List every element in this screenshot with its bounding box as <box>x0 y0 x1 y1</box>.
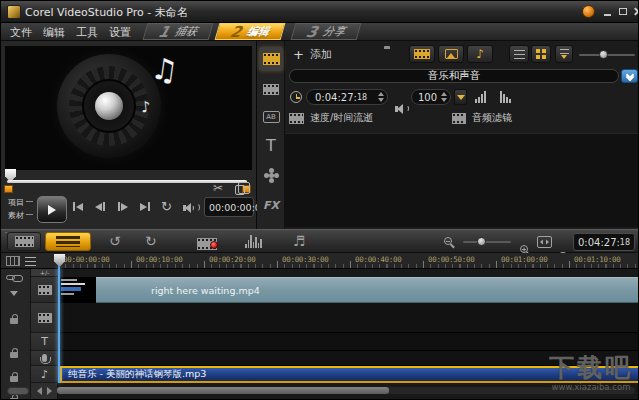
zoom-out-icon <box>446 241 450 242</box>
project-duration-display: 0:04:27: 18 <box>573 233 635 251</box>
voice-track-lock-icon[interactable] <box>10 376 18 382</box>
fade-in-button[interactable] <box>475 89 486 103</box>
tab-edit-label: 编辑 <box>245 24 271 39</box>
nav-title-button[interactable]: T <box>259 133 283 157</box>
music-clip[interactable]: 纯音乐 - 美丽的神话钢琴版.mp3 <box>58 366 639 383</box>
overlay-track-lock-icon[interactable] <box>10 318 18 324</box>
fit-project-button[interactable] <box>537 236 552 248</box>
overlay-track-header[interactable] <box>31 303 58 333</box>
title-track-row[interactable] <box>58 333 639 351</box>
zoom-out-button[interactable] <box>444 237 452 245</box>
speed-timelapse-button[interactable]: 速度/时间流逝 <box>289 111 373 125</box>
filter-video-button[interactable] <box>409 45 435 63</box>
track-visibility-icon[interactable] <box>6 256 20 266</box>
track-manager-bar[interactable]: +/- <box>31 269 58 277</box>
video-track-row[interactable]: right here waiting.mp4 <box>58 277 639 303</box>
minimize-button[interactable] <box>600 4 615 19</box>
timeline-ruler[interactable]: 00:00:00:00 00:00:10:00 00:00:20:00 00:0… <box>1 253 639 269</box>
tab-capture[interactable]: 1 捕获 <box>143 23 214 40</box>
options-collapse-button[interactable] <box>621 69 638 83</box>
scroll-left-button[interactable] <box>37 387 42 395</box>
timeline-hscrollbar-thumb[interactable] <box>57 387 389 394</box>
gutter-dropdown-icon[interactable] <box>10 291 18 296</box>
list-view-button[interactable] <box>509 45 529 63</box>
maximize-icon <box>619 8 627 15</box>
close-button[interactable] <box>630 4 639 19</box>
play-button[interactable] <box>37 196 67 223</box>
ruler-label: 00:00:10:00 <box>136 255 182 264</box>
maximize-button[interactable] <box>615 4 630 19</box>
scroll-right-button[interactable] <box>47 387 52 395</box>
nav-instant-project-button[interactable] <box>259 77 283 101</box>
grid-view-button[interactable] <box>531 45 551 63</box>
clip-volume-field[interactable]: 100 <box>411 89 451 105</box>
menu-item-settings[interactable]: 设置 <box>109 25 131 40</box>
auto-music-button[interactable]: ♬ <box>293 233 306 249</box>
nav-filter-button[interactable]: FX <box>259 193 283 217</box>
voice-track-header[interactable] <box>31 351 58 366</box>
go-to-end-button[interactable] <box>140 202 150 211</box>
preview-timecode[interactable]: 00:00:00:00 <box>204 197 254 217</box>
split-clip-button[interactable]: ✂ <box>213 181 223 195</box>
redo-button[interactable]: ↻ <box>145 233 157 249</box>
tab-share[interactable]: 3 分享 <box>291 23 362 40</box>
timeline-toolbar: ↺ ↻ ♬ 0:04:27: 18 <box>1 229 639 253</box>
overlay-track-row[interactable] <box>58 303 639 333</box>
video-track-header[interactable] <box>31 277 58 303</box>
preview-scrubber-track[interactable] <box>7 180 247 183</box>
go-to-start-button[interactable] <box>73 202 83 211</box>
nav-graphic-button[interactable] <box>259 163 283 187</box>
filter-audio-button[interactable]: ♪ <box>467 45 493 63</box>
add-button[interactable]: + 添加 <box>293 47 332 62</box>
music-track-row[interactable]: 纯音乐 - 美丽的神话钢琴版.mp3 <box>58 366 639 383</box>
nav-transition-button[interactable]: AB <box>259 105 283 129</box>
fade-out-button[interactable] <box>500 89 511 103</box>
music-track-header[interactable]: ♪ <box>31 366 58 383</box>
title-track-header[interactable]: T <box>31 333 58 351</box>
system-volume-button[interactable] <box>183 203 197 213</box>
storyboard-view-button[interactable] <box>7 232 41 251</box>
video-clip[interactable]: right here waiting.mp4 <box>96 277 639 303</box>
voice-track-icon <box>42 354 47 362</box>
next-frame-button[interactable] <box>118 202 128 211</box>
clip-mode-label[interactable]: 素材 <box>8 210 24 221</box>
duration-spinner[interactable] <box>378 92 384 102</box>
voice-track-row[interactable] <box>58 351 639 366</box>
sort-button[interactable] <box>555 45 573 63</box>
title-track-lock-icon[interactable] <box>10 352 18 358</box>
repeat-button[interactable]: ↻ <box>161 199 172 214</box>
record-capture-button[interactable] <box>197 235 217 254</box>
timeline-menu-icon[interactable] <box>25 257 36 266</box>
timeline-zoom-slider-thumb[interactable] <box>477 237 486 246</box>
nav-media-button[interactable] <box>259 47 283 71</box>
previous-frame-button[interactable] <box>95 202 105 211</box>
menu-item-file[interactable]: 文件 <box>10 25 32 40</box>
sound-mixer-button[interactable] <box>245 235 262 248</box>
thumbnail-size-slider-thumb[interactable] <box>599 50 608 59</box>
clip-duration-field[interactable]: 0:04:27: 18 <box>306 89 388 105</box>
trim-handle-start[interactable] <box>4 185 13 193</box>
timeline-nav-pill[interactable] <box>7 387 29 395</box>
enlarge-preview-button[interactable] <box>235 185 245 195</box>
zoom-in-button[interactable] <box>520 245 528 253</box>
volume-dropdown-button[interactable] <box>454 89 467 105</box>
timeline-view-button[interactable] <box>45 232 91 251</box>
video-clip-thumbnail[interactable] <box>58 277 96 303</box>
ride-clips-icon[interactable] <box>6 275 15 280</box>
tab-edit[interactable]: 2 编辑 <box>215 23 286 40</box>
menu-item-edit[interactable]: 编辑 <box>43 25 65 40</box>
project-mode-label[interactable]: 项目 <box>8 197 24 208</box>
volume-spinner[interactable] <box>441 92 447 102</box>
timeline-hscrollbar[interactable] <box>57 387 635 394</box>
menu-item-tools[interactable]: 工具 <box>76 25 98 40</box>
corel-guide-icon[interactable] <box>582 5 595 18</box>
video-track-icon <box>38 285 52 295</box>
list-view-icon <box>514 50 525 59</box>
audio-filter-button[interactable]: 音频滤镜 <box>452 111 512 125</box>
thumbnail-size-slider[interactable] <box>579 54 635 56</box>
playhead-line[interactable] <box>58 267 60 383</box>
timeline-zoom-slider[interactable] <box>463 241 511 243</box>
filter-photo-button[interactable] <box>438 45 464 63</box>
undo-button[interactable]: ↺ <box>109 233 121 249</box>
auto-music-icon: ♬ <box>293 233 306 249</box>
